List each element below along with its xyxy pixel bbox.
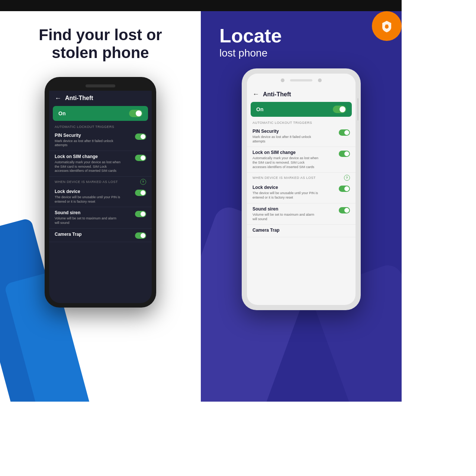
right-title-section: Locate lost phone [201,11,300,67]
pin-toggle-knob-left [141,134,145,139]
phone-mockup-left: ← Anti-Theft On AUTOMATIC LOCKOUT TRIGGE… [45,77,156,308]
phone-notch-left [49,81,152,91]
sim-change-desc-left: Automatically mark your device as lost w… [55,160,122,173]
sim-toggle-knob-left [141,155,145,160]
sound-siren-text-right: Sound siren Volume will be set to maximu… [253,206,319,221]
section2-label-right: WHEN DEVICE IS MARKED AS LOST [253,176,316,180]
top-black-bar-right [201,0,402,11]
lock-device-knob-left [141,190,145,195]
lock-device-text-right: Lock device The device will be unusable … [253,185,319,200]
app-header-right: ← Anti-Theft [247,87,356,102]
sound-siren-row-right: Sound siren Volume will be set to maximu… [247,203,356,225]
sim-change-row-right: Lock on SIM change Automatically mark yo… [247,147,356,173]
left-title: Find your lost or stolen phone [0,11,201,73]
camera-trap-text-right: Camera Trap [253,228,280,234]
app-content-right: ← Anti-Theft On AUTOMATIC LOCKOUT TRIGGE… [247,87,356,305]
camera-dot-2 [318,78,322,82]
app-header-left: ← Anti-Theft [49,91,152,106]
on-bar-right: On [251,102,352,117]
right-panel: Locate lost phone ← Anti-Theft On [201,0,402,402]
pin-security-toggle-right[interactable] [339,129,350,136]
sound-siren-desc-left: Volume will be set to maximum and alarm … [55,216,122,225]
sound-siren-title-left: Sound siren [55,210,122,215]
pin-security-title-left: PIN Security [55,133,122,138]
phone-notch-bar [86,84,115,87]
app-content-left: ← Anti-Theft On AUTOMATIC LOCKOUT TRIGGE… [49,91,152,303]
sim-toggle-knob-right [344,151,349,156]
lock-device-knob-right [344,186,349,191]
main-toggle-left[interactable] [129,110,142,117]
section2-row-right: WHEN DEVICE IS MARKED AS LOST ? [247,173,356,182]
lock-device-title-right: Lock device [253,185,319,190]
on-label-right: On [256,106,263,112]
sound-siren-desc-right: Volume will be set to maximum and alarm … [253,213,319,221]
pin-toggle-knob-right [344,130,349,135]
sim-change-desc-right: Automatically mark your device as lost w… [253,156,319,169]
camera-trap-text-left: Camera Trap [55,232,82,238]
right-title-locate: Locate [219,26,282,45]
toggle-knob-right [340,106,345,112]
sound-siren-toggle-left[interactable] [135,211,146,217]
shield-bag-icon [380,19,393,33]
main-toggle-right[interactable] [333,106,346,113]
lock-device-row-left: Lock device The device will be unusable … [49,186,152,207]
scrollbar-right[interactable] [357,98,358,120]
toggle-knob-left [136,110,142,116]
header-title-right: Anti-Theft [263,91,291,98]
orange-badge [372,11,402,41]
lock-device-toggle-left[interactable] [135,190,146,196]
sim-change-text-right: Lock on SIM change Automatically mark yo… [253,150,319,169]
camera-trap-row-right: Camera Trap [247,225,356,237]
back-button-right[interactable]: ← [253,90,259,98]
sim-change-toggle-left[interactable] [135,155,146,161]
sound-siren-text-left: Sound siren Volume will be set to maximu… [55,210,122,225]
camera-trap-title-left: Camera Trap [55,232,82,237]
pin-security-text-right: PIN Security Mark device as lost after 8… [253,129,319,144]
section1-label-right: AUTOMATIC LOCKOUT TRIGGERS [247,119,356,126]
sim-change-row-left: Lock on SIM change Automatically mark yo… [49,151,152,177]
pin-security-title-right: PIN Security [253,129,319,134]
lock-device-row-right: Lock device The device will be unusable … [247,182,356,203]
sound-siren-toggle-right[interactable] [339,207,350,213]
lock-device-text-left: Lock device The device will be unusable … [55,189,122,204]
pin-security-text-left: PIN Security Mark device as lost after 8… [55,133,122,148]
pin-security-desc-right: Mark device as lost after 8 failed unloc… [253,135,319,144]
lock-device-toggle-right[interactable] [339,186,350,192]
sim-change-title-right: Lock on SIM change [253,150,319,155]
camera-trap-knob-left [141,233,145,238]
help-icon-left[interactable]: ? [140,179,146,185]
on-label-left: On [58,110,65,116]
phone-inner-left: ← Anti-Theft On AUTOMATIC LOCKOUT TRIGGE… [49,81,152,303]
pin-security-toggle-left[interactable] [135,134,146,140]
camera-dot-1 [281,78,284,82]
section2-label-left: WHEN DEVICE IS MARKED AS LOST [55,180,118,184]
pin-security-row-right: PIN Security Mark device as lost after 8… [247,126,356,147]
camera-trap-title-right: Camera Trap [253,228,280,233]
svg-rect-1 [385,25,388,27]
phone-mockup-right: ← Anti-Theft On AUTOMATIC LOCKOUT TRIGGE… [242,68,361,310]
sound-siren-title-right: Sound siren [253,206,319,212]
section2-row-left: WHEN DEVICE IS MARKED AS LOST ? [49,177,152,186]
phone-inner-right: ← Anti-Theft On AUTOMATIC LOCKOUT TRIGGE… [247,74,356,305]
phone-top-bar-right [247,74,356,87]
sim-change-title-left: Lock on SIM change [55,154,122,159]
left-panel: Find your lost or stolen phone ← Anti-Th… [0,0,201,402]
pin-security-row-left: PIN Security Mark device as lost after 8… [49,130,152,151]
sound-siren-knob-right [344,208,349,213]
top-black-bar-left [0,0,201,11]
camera-trap-toggle-left[interactable] [135,232,146,239]
camera-trap-row-left: Camera Trap [49,229,152,242]
pin-security-desc-left: Mark device as lost after 8 failed unloc… [55,139,122,148]
on-bar-left: On [53,106,148,121]
section1-label-left: AUTOMATIC LOCKOUT TRIGGERS [49,123,152,130]
sound-siren-knob-left [141,212,145,216]
header-title-left: Anti-Theft [65,95,93,102]
sim-change-toggle-right[interactable] [339,151,350,157]
back-button-left[interactable]: ← [55,94,61,102]
help-icon-right[interactable]: ? [344,175,350,181]
right-title-sub: lost phone [219,47,282,59]
lock-device-desc-left: The device will be unusable until your P… [55,195,122,204]
lock-device-desc-right: The device will be unusable until your P… [253,191,319,200]
lock-device-title-left: Lock device [55,189,122,194]
sim-change-text-left: Lock on SIM change Automatically mark yo… [55,154,122,173]
